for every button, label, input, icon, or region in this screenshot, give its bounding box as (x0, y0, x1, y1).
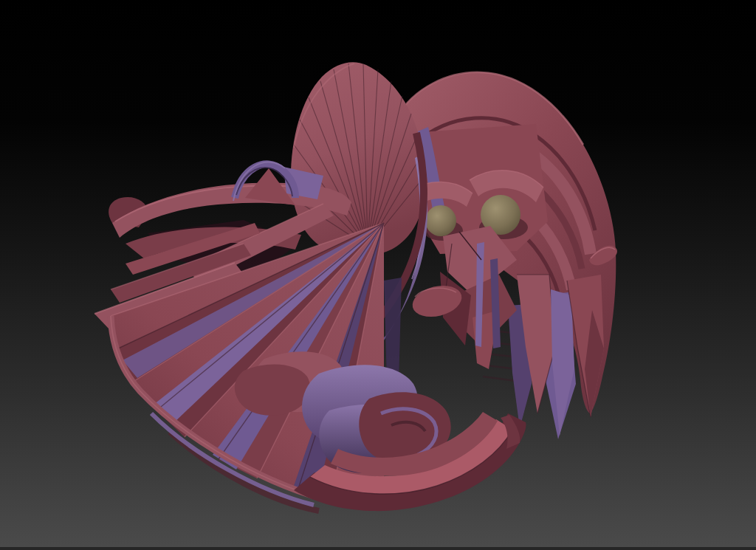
viewport-bottom-edge (0, 547, 756, 550)
viewport-canvas[interactable] (0, 0, 756, 550)
sculpt-viewport (0, 0, 756, 550)
eye-left (425, 205, 456, 236)
